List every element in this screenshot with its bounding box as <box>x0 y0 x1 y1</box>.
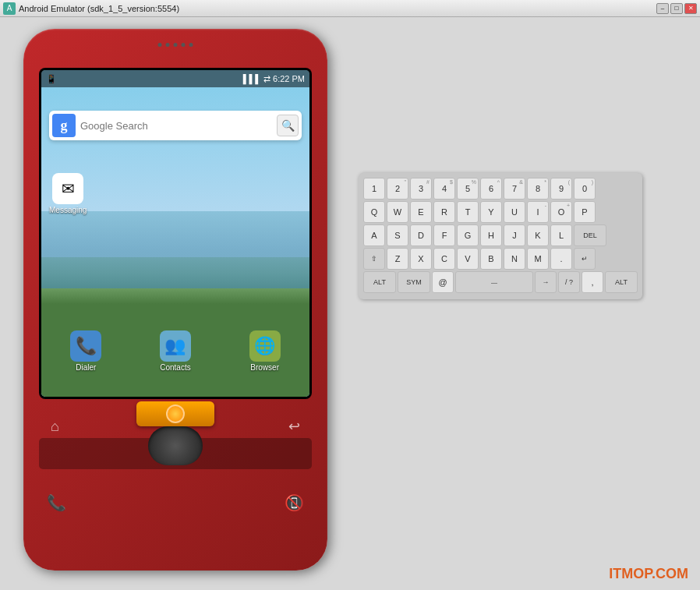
title-bar: A Android Emulator (sdk_1_5_version:5554… <box>0 0 700 17</box>
dialer-label: Dialer <box>76 363 96 372</box>
key-alt-left[interactable]: ALT <box>363 271 396 293</box>
key-g[interactable]: G <box>457 224 479 246</box>
key-t[interactable]: T <box>457 201 479 223</box>
search-button[interactable]: 🔍 <box>277 115 299 136</box>
keyboard-row-special: ALT SYM @ — → / ? , ALT <box>363 271 638 293</box>
key-comma[interactable]: , <box>582 271 603 293</box>
key-u[interactable]: U <box>504 201 525 223</box>
key-v[interactable]: V <box>457 248 479 270</box>
wifi-icon: ⇄ <box>263 74 270 84</box>
browser-label: Browser <box>250 363 279 372</box>
keyboard-row-qwerty: Q W E R T Y U I- O+ P <box>363 201 638 223</box>
speaker-dot <box>182 43 186 47</box>
key-x[interactable]: X <box>410 248 432 270</box>
key-7[interactable]: 7& <box>504 178 525 200</box>
key-9[interactable]: 9( <box>550 178 572 200</box>
browser-icon[interactable]: 🌐 Browser <box>242 330 288 372</box>
end-call-button[interactable]: 📵 <box>285 493 304 512</box>
key-slash-question[interactable]: / ? <box>558 271 580 293</box>
status-bar: 📱 ▌▌▌ ⇄ 6:22 PM <box>41 70 309 87</box>
call-buttons: 📞 📵 <box>47 493 304 512</box>
key-j[interactable]: J <box>504 224 525 246</box>
key-b[interactable]: B <box>480 248 502 270</box>
speaker-dot <box>158 43 162 47</box>
key-0[interactable]: 0) <box>574 178 596 200</box>
key-n[interactable]: N <box>504 248 525 270</box>
key-8[interactable]: 8* <box>527 178 549 200</box>
key-l[interactable]: L <box>550 224 572 246</box>
phone-body: 📱 ▌▌▌ ⇄ 6:22 PM <box>23 29 327 571</box>
key-4[interactable]: 4$ <box>433 178 455 200</box>
key-a[interactable]: A <box>363 224 385 246</box>
key-sym[interactable]: SYM <box>398 271 430 293</box>
key-6[interactable]: 6^ <box>480 178 502 200</box>
key-y[interactable]: Y <box>480 201 502 223</box>
speaker-dot <box>174 43 178 47</box>
status-left: 📱 <box>46 74 57 84</box>
keyboard-row-asdf: A S D F G H J K L DEL <box>363 224 638 246</box>
signal-icon: ▌▌▌ <box>243 74 261 83</box>
key-o[interactable]: O+ <box>550 201 572 223</box>
key-del[interactable]: DEL <box>574 224 606 246</box>
lake-reflection <box>41 211 309 288</box>
key-p[interactable]: P <box>574 201 596 223</box>
google-logo: g <box>52 114 76 137</box>
key-1[interactable]: 1 <box>363 178 385 200</box>
key-c[interactable]: C <box>433 248 455 270</box>
key-w[interactable]: W <box>387 201 408 223</box>
phone-icon: 📱 <box>46 74 57 84</box>
screen: 📱 ▌▌▌ ⇄ 6:22 PM <box>41 70 309 397</box>
search-bar[interactable]: g 🔍 <box>49 111 302 140</box>
screen-frame: 📱 ▌▌▌ ⇄ 6:22 PM <box>39 68 312 399</box>
trackball[interactable] <box>148 426 203 465</box>
search-input[interactable] <box>79 118 274 133</box>
title-bar-text: Android Emulator (sdk_1_5_version:5554) <box>19 4 656 13</box>
close-button[interactable]: ✕ <box>684 3 697 14</box>
key-space[interactable]: — <box>455 271 533 293</box>
back-hw-button[interactable]: ↩ <box>288 418 300 435</box>
key-enter[interactable]: ↵ <box>574 248 596 270</box>
speaker <box>158 43 193 47</box>
key-s[interactable]: S <box>387 224 408 246</box>
home-hw-button[interactable]: ⌂ <box>51 419 59 435</box>
key-3[interactable]: 3# <box>410 178 432 200</box>
key-alt-right[interactable]: ALT <box>605 271 638 293</box>
call-button[interactable]: 📞 <box>47 493 66 512</box>
window-controls[interactable]: – □ ✕ <box>656 3 697 14</box>
main-area: 📱 ▌▌▌ ⇄ 6:22 PM <box>0 17 700 590</box>
time-display: 6:22 PM <box>273 74 305 83</box>
wallpaper: g 🔍 ✉ Messaging <box>41 87 309 397</box>
contacts-icon[interactable]: 👥 Contacts <box>152 330 199 372</box>
key-h[interactable]: H <box>480 224 502 246</box>
status-right: ▌▌▌ ⇄ 6:22 PM <box>243 74 305 84</box>
key-shift[interactable]: ⇧ <box>363 248 385 270</box>
key-f[interactable]: F <box>433 224 455 246</box>
key-k[interactable]: K <box>527 224 549 246</box>
key-5[interactable]: 5% <box>457 178 479 200</box>
watermark: ITMOP.COM <box>609 566 688 582</box>
dialer-icon[interactable]: 📞 Dialer <box>62 330 109 372</box>
key-i[interactable]: I- <box>527 201 549 223</box>
key-2[interactable]: 2" <box>387 178 408 200</box>
dock-icons: 📞 Dialer 👥 Contacts 🌐 Browser <box>41 330 309 372</box>
app-icon: A <box>3 2 16 15</box>
messaging-icon-label: Messaging <box>49 206 87 214</box>
browser-icon-img: 🌐 <box>249 330 281 362</box>
messaging-app-icon[interactable]: ✉ Messaging <box>49 173 87 214</box>
dialer-icon-img: 📞 <box>70 330 101 362</box>
key-d[interactable]: D <box>410 224 432 246</box>
contacts-icon-img: 👥 <box>160 330 191 362</box>
phone-emulator: 📱 ▌▌▌ ⇄ 6:22 PM <box>23 29 335 574</box>
key-z[interactable]: Z <box>387 248 408 270</box>
key-period[interactable]: . <box>550 248 572 270</box>
key-at[interactable]: @ <box>432 271 454 293</box>
speaker-dot <box>189 43 193 47</box>
maximize-button[interactable]: □ <box>670 3 683 14</box>
keyboard-row-zxcv: ⇧ Z X C V B N M . ↵ <box>363 248 638 270</box>
minimize-button[interactable]: – <box>656 3 669 14</box>
key-q[interactable]: Q <box>363 201 385 223</box>
key-m[interactable]: M <box>527 248 549 270</box>
key-e[interactable]: E <box>410 201 432 223</box>
key-r[interactable]: R <box>433 201 455 223</box>
key-arrow-right[interactable]: → <box>535 271 557 293</box>
